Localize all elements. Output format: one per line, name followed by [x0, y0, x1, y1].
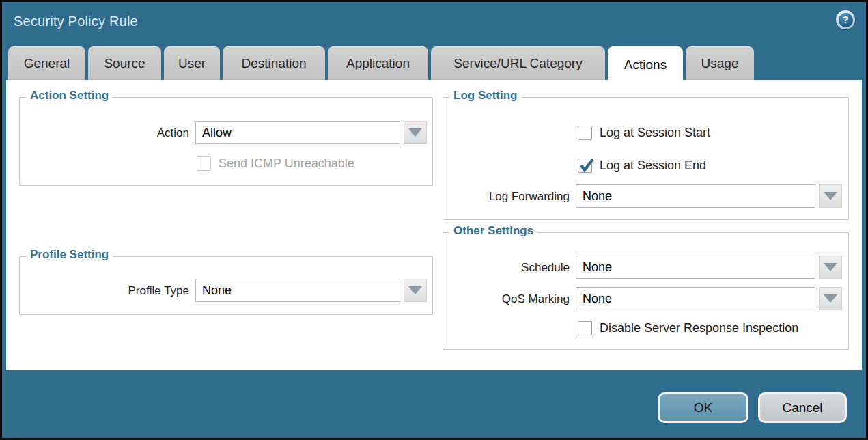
action-dropdown-button[interactable] — [404, 121, 427, 144]
help-icon[interactable]: ? — [836, 10, 855, 29]
log-at-session-start-label[interactable]: Log at Session Start — [600, 126, 710, 140]
profile-setting-group: Profile Setting Profile Type None — [19, 256, 433, 315]
profile-setting-legend: Profile Setting — [26, 248, 113, 262]
tab-general[interactable]: General — [8, 46, 85, 80]
log-forwarding-dropdown-button[interactable] — [819, 184, 842, 208]
log-setting-legend: Log Setting — [449, 89, 521, 102]
tab-bar: General Source User Destination Applicat… — [8, 46, 754, 80]
disable-server-response-inspection-label[interactable]: Disable Server Response Inspection — [600, 321, 798, 335]
action-label: Action — [20, 126, 189, 140]
tab-actions[interactable]: Actions — [608, 46, 683, 83]
tab-destination[interactable]: Destination — [223, 46, 325, 80]
actions-tab-panel: Action Setting Action Allow Send ICMP Un… — [6, 80, 862, 370]
schedule-dropdown-button[interactable] — [819, 256, 842, 279]
chevron-down-icon — [824, 294, 837, 303]
action-setting-group: Action Setting Action Allow Send ICMP Un… — [19, 97, 433, 186]
profile-type-label: Profile Type — [20, 284, 189, 298]
dialog-title: Security Policy Rule — [14, 14, 138, 29]
chevron-down-icon — [408, 128, 422, 137]
action-setting-legend: Action Setting — [26, 89, 113, 102]
ok-button[interactable]: OK — [658, 392, 748, 423]
send-icmp-unreachable-label: Send ICMP Unreachable — [219, 156, 354, 171]
other-settings-group: Other Settings Schedule None QoS Marking… — [443, 232, 849, 350]
schedule-select[interactable]: None — [576, 256, 815, 279]
schedule-label: Schedule — [443, 261, 570, 275]
log-setting-group: Log Setting Log at Session Start Log at … — [443, 97, 849, 220]
log-forwarding-label: Log Forwarding — [443, 190, 570, 204]
profile-type-select[interactable]: None — [195, 279, 400, 302]
disable-server-response-inspection-checkbox[interactable] — [578, 321, 592, 335]
qos-marking-label: QoS Marking — [443, 292, 570, 306]
tab-usage[interactable]: Usage — [686, 46, 754, 80]
help-icon-glyph: ? — [839, 13, 853, 27]
send-icmp-unreachable-checkbox — [197, 156, 211, 171]
tab-user[interactable]: User — [164, 46, 220, 80]
checkmark-icon — [578, 157, 595, 174]
tab-service-url-category[interactable]: Service/URL Category — [431, 46, 605, 80]
profile-type-dropdown-button[interactable] — [404, 279, 427, 302]
chevron-down-icon — [824, 263, 837, 271]
cancel-button[interactable]: Cancel — [758, 392, 847, 423]
log-forwarding-select[interactable]: None — [576, 184, 815, 208]
log-at-session-end-label[interactable]: Log at Session End — [600, 159, 706, 173]
chevron-down-icon — [824, 192, 837, 200]
log-at-session-start-checkbox[interactable] — [578, 126, 592, 140]
tab-application[interactable]: Application — [328, 46, 428, 80]
action-select[interactable]: Allow — [195, 121, 400, 144]
security-policy-rule-dialog: Security Policy Rule ? General Source Us… — [0, 0, 868, 440]
tab-source[interactable]: Source — [88, 46, 161, 80]
log-at-session-end-checkbox[interactable] — [578, 159, 592, 173]
other-settings-legend: Other Settings — [449, 224, 537, 238]
qos-marking-select[interactable]: None — [576, 287, 815, 310]
qos-marking-dropdown-button[interactable] — [819, 287, 842, 310]
chevron-down-icon — [408, 286, 422, 294]
